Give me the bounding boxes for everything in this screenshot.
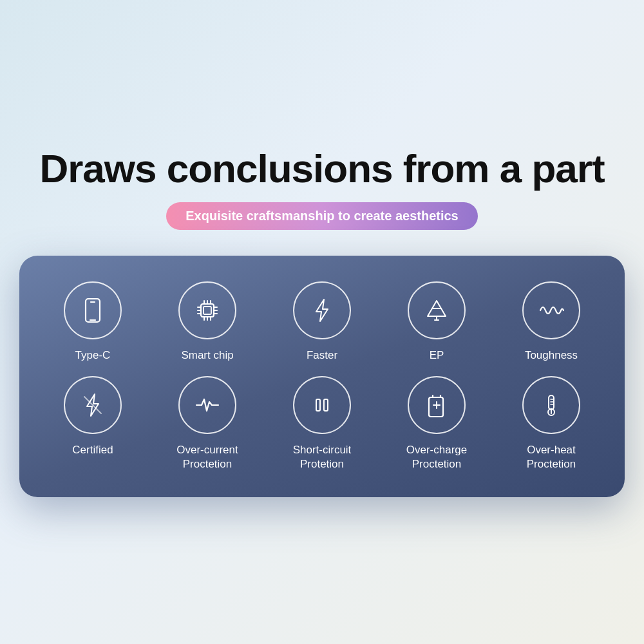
over-heat-icon-circle: [522, 376, 580, 434]
features-grid: Type-C: [39, 281, 605, 471]
smart-chip-label: Smart chip: [181, 348, 233, 363]
feature-toughness: Toughness: [497, 281, 605, 363]
feature-over-current: Over-currentProctetion: [153, 376, 261, 471]
over-current-icon-circle: [178, 376, 236, 434]
feature-over-charge: Over-chargeProctetion: [383, 376, 491, 471]
feature-over-heat: Over-heatProctetion: [497, 376, 605, 471]
wave-icon: [536, 296, 566, 325]
faster-label: Faster: [307, 348, 337, 363]
short-circuit-icon-circle: [293, 376, 351, 434]
feature-smart-chip: Smart chip: [153, 281, 261, 363]
svg-rect-22: [324, 399, 328, 411]
certified-icon-circle: [64, 376, 122, 434]
toughness-icon-circle: [522, 281, 580, 339]
heartbeat-icon: [193, 390, 222, 420]
feature-type-c: Type-C: [39, 281, 147, 363]
type-c-label: Type-C: [75, 348, 111, 363]
svg-rect-4: [204, 307, 211, 314]
type-c-icon-circle: [64, 281, 122, 339]
feature-ep: EP: [383, 281, 491, 363]
ep-label: EP: [430, 348, 444, 363]
recycle-icon: [422, 296, 451, 325]
certified-bolt-icon: [78, 390, 108, 420]
thermometer-icon: [536, 390, 566, 420]
toughness-label: Toughness: [525, 348, 578, 363]
faster-icon-circle: [293, 281, 351, 339]
bolt-icon: [307, 296, 337, 325]
over-charge-icon-circle: [408, 376, 466, 434]
svg-marker-17: [316, 299, 328, 321]
main-title: Draws conclusions from a part: [39, 147, 604, 191]
phone-icon: [78, 296, 108, 325]
subtitle-pill: Exquisite craftsmanship to create aesthe…: [166, 202, 478, 230]
ep-icon-circle: [408, 281, 466, 339]
svg-rect-21: [316, 399, 320, 411]
smart-chip-icon-circle: [178, 281, 236, 339]
battery-icon: [422, 390, 451, 420]
svg-rect-3: [201, 304, 214, 317]
over-charge-label: Over-chargeProctetion: [406, 443, 467, 471]
over-heat-label: Over-heatProctetion: [527, 443, 576, 471]
chip-icon: [193, 296, 222, 325]
feature-certified: Certified: [39, 376, 147, 471]
certified-label: Certified: [72, 443, 113, 457]
feature-short-circuit: Short-circuitProtetion: [268, 376, 376, 471]
feature-faster: Faster: [268, 281, 376, 363]
over-current-label: Over-currentProctetion: [176, 443, 238, 471]
features-card: Type-C: [19, 256, 625, 497]
svg-rect-28: [549, 395, 554, 410]
page-wrapper: Draws conclusions from a part Exquisite …: [13, 147, 631, 497]
short-circuit-label: Short-circuitProtetion: [293, 443, 352, 471]
pause-icon: [307, 390, 337, 420]
